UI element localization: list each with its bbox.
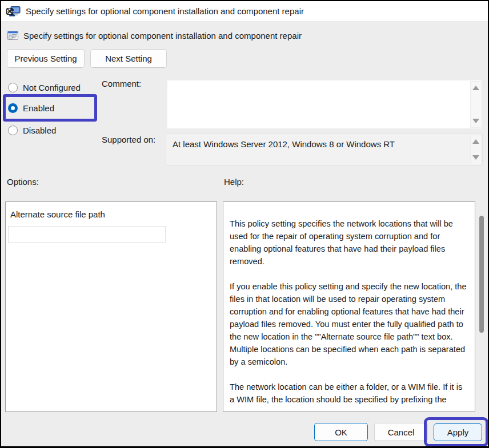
supported-on-value: At least Windows Server 2012, Windows 8 … (173, 139, 395, 149)
comment-scrollbar[interactable] (470, 81, 482, 128)
radio-not-configured[interactable]: Not Configured (8, 82, 81, 93)
radio-label: Not Configured (23, 83, 81, 92)
apply-button[interactable]: Apply (434, 423, 482, 441)
radio-label: Enabled (23, 103, 54, 113)
scroll-down-icon[interactable] (472, 155, 479, 160)
previous-setting-button[interactable]: Previous Setting (7, 49, 85, 68)
alternate-source-path-input[interactable] (8, 226, 166, 243)
policy-setting-icon (7, 30, 19, 41)
help-paragraph: If you enable this policy setting and sp… (230, 280, 467, 368)
radio-label: Disabled (23, 126, 56, 135)
radio-enabled[interactable]: Enabled (8, 102, 54, 114)
supported-on-label: Supported on: (102, 135, 155, 144)
help-paragraph: The network location can be either a fol… (230, 381, 467, 406)
setting-header: Specify settings for optional component … (7, 30, 302, 41)
comment-textarea[interactable] (167, 80, 483, 129)
window-title: Specify settings for optional component … (26, 6, 304, 16)
cancel-button[interactable]: Cancel (374, 423, 428, 441)
title-bar: Specify settings for optional component … (1, 1, 488, 22)
scroll-down-icon[interactable] (472, 119, 479, 123)
radio-disabled[interactable]: Disabled (8, 124, 56, 136)
close-button[interactable]: ✕ (1, 1, 18, 22)
supported-scrollbar[interactable] (470, 135, 482, 164)
radio-circle-unchecked (8, 126, 18, 135)
options-panel: Alternate source file path (5, 201, 217, 412)
help-scrollbar-thumb[interactable] (479, 216, 484, 333)
scroll-up-icon[interactable] (472, 139, 479, 144)
radio-circle-unchecked (8, 83, 18, 92)
help-paragraph: This policy setting specifies the networ… (230, 217, 467, 268)
supported-on-box: At least Windows Server 2012, Windows 8 … (166, 134, 483, 166)
setting-title: Specify settings for optional component … (23, 31, 302, 41)
comment-label: Comment: (102, 79, 141, 88)
options-label: Options: (7, 177, 39, 187)
alternate-source-path-label: Alternate source file path (10, 209, 105, 219)
scroll-up-icon[interactable] (472, 86, 479, 90)
next-setting-button[interactable]: Next Setting (90, 49, 167, 68)
radio-circle-checked (8, 103, 18, 113)
help-panel: This policy setting specifies the networ… (223, 201, 475, 412)
ok-button[interactable]: OK (314, 423, 368, 441)
help-label: Help: (224, 177, 244, 187)
policy-setting-dialog: Specify settings for optional component … (0, 0, 489, 448)
close-icon: ✕ (6, 6, 14, 18)
